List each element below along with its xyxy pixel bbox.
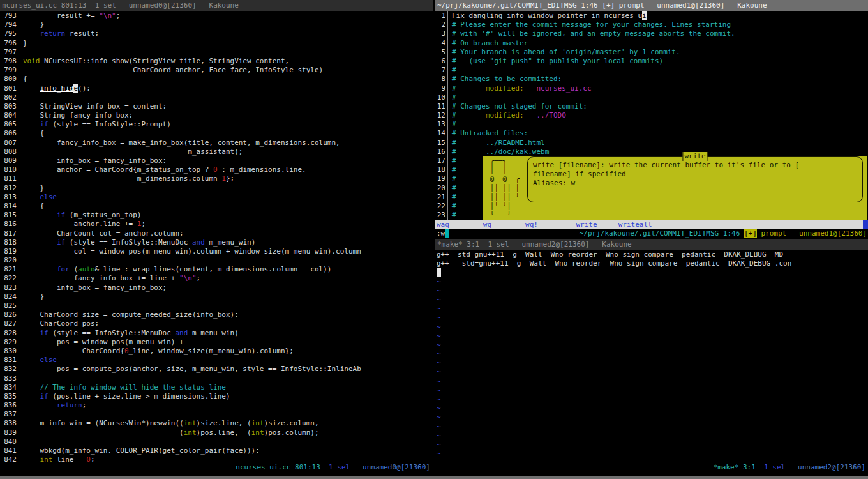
code-text: m_info_win = (NCursesWin*)newwin((int)si… [23, 419, 319, 428]
text-segment: int [251, 419, 264, 427]
buffer-line: 800{ [0, 75, 433, 84]
line-number: 12 [435, 111, 448, 120]
line-number: 7 [435, 66, 448, 75]
text-segment: ; [197, 274, 201, 282]
buffer-line: 803 StringView info_box = content; [0, 102, 433, 111]
text-segment: "\n" [99, 11, 116, 20]
buffer-padding-tilde: ~ [437, 314, 868, 323]
buffer-line: 12# modified: ../TODO [435, 111, 868, 120]
prompt-cursor [445, 229, 449, 238]
code-text: wbkgd(m_info_win, COLOR_PAIR(get_color_p… [23, 446, 260, 455]
text-segment: m_assistant); [23, 148, 243, 156]
code-text: # Untracked files: [452, 129, 528, 138]
line-number: 831 [0, 356, 19, 365]
buffer-line: 835 if (pos.line + size.line > m_dimensi… [0, 392, 433, 401]
clippy-assistant-icon: ╭──╮ │ │ @ @ ╭ ││ ││ │ ││ ││ ╯ │╰─╯│ ╰──… [483, 156, 520, 220]
text-segment: ( [70, 265, 78, 273]
text-segment: m_menu_win) [205, 238, 255, 247]
text-segment: // The info window will hide the status … [23, 383, 226, 392]
line-number: 814 [0, 202, 19, 211]
menu-item-wq[interactable]: wq [483, 220, 491, 229]
buffer-line: 829 pos = window_pos(m_menu_win) + [0, 338, 433, 347]
text-segment: & line : wrap_lines(content, m_dimension… [95, 265, 332, 273]
code-text: return; [23, 401, 86, 410]
menu-item-wq[interactable]: wq! [525, 220, 538, 229]
kakoune-workspace: ncurses_ui.cc 801:13 1 sel - unnamed0@[2… [0, 0, 868, 479]
buffer-line: 11# Changes not staged for commit: [435, 102, 868, 111]
menu-item-waq[interactable]: waq [437, 220, 449, 229]
buffer-line: 825 [0, 301, 433, 310]
code-text: # with '#' will be ignored, and an empty… [452, 29, 735, 38]
text-segment: # Changes to be committed: [452, 75, 562, 83]
buffer-padding-tilde: ~ [437, 305, 868, 314]
text-segment: info_box = fancy_info_box; [23, 284, 167, 292]
text-segment: } [23, 39, 27, 47]
commit-message-buffer[interactable]: 1Fix dangling info window pointer in ncu… [435, 11, 868, 220]
code-text: (int)pos.line, (int)pos.column); [23, 429, 319, 437]
buffer-padding-tilde: ~ [437, 278, 868, 287]
line-number: 4 [435, 39, 448, 48]
text-segment: ( [23, 429, 184, 437]
code-text: # On branch master [452, 39, 528, 48]
buffer-line: 4# On branch master [435, 39, 868, 48]
text-segment: )size.line, ( [197, 419, 251, 427]
line-number: 5 [435, 48, 448, 57]
text-segment: ; [116, 11, 121, 20]
code-text: # [452, 165, 456, 174]
text-segment [456, 111, 486, 119]
text-segment: [+] [744, 229, 757, 238]
menu-scrollbar[interactable] [863, 220, 868, 229]
menu-item-write[interactable]: write [576, 220, 597, 229]
buffer-line: 816 anchor.line += 1; [0, 220, 433, 229]
code-text: # [452, 193, 456, 202]
code-text: CharCoord{0_line, window_size(m_menu_win… [23, 347, 294, 356]
text-segment: # [452, 174, 456, 183]
line-number: 8 [435, 75, 448, 84]
line-number: 800 [0, 75, 19, 84]
line-number: 824 [0, 293, 19, 301]
line-number: 23 [435, 211, 448, 220]
text-segment: { [23, 129, 44, 137]
buffer-line: 16# ../doc/kak.webm [435, 148, 868, 156]
line-number: 817 [0, 229, 19, 238]
line-number: 839 [0, 429, 19, 437]
menu-item-writeall[interactable]: writeall [618, 220, 652, 229]
line-number: 821 [0, 265, 19, 274]
buffer-line: 797 [0, 48, 433, 57]
buffer-padding-tilde: ~ [437, 404, 868, 413]
text-segment: and [192, 238, 205, 247]
code-text: if (style == InfoStyle::Prompt) [23, 120, 171, 129]
line-number: 819 [0, 247, 19, 256]
window-bottom-border [0, 476, 868, 479]
code-text: StringView info_box = content; [23, 102, 167, 111]
code-text: # Changes to be committed: [452, 75, 562, 84]
line-number: 9 [435, 84, 448, 93]
info-box-title: write [682, 152, 707, 161]
buffer-line: 805 if (style == InfoStyle::Prompt) [0, 120, 433, 129]
text-segment: else [40, 356, 57, 364]
line-number: 1 [435, 11, 448, 20]
code-text: # [452, 211, 456, 220]
buffer-line: 836 return; [0, 401, 433, 410]
buffer-line: 799 CharCoord anchor, Face face, InfoSty… [0, 66, 433, 75]
code-buffer-ncurses[interactable]: 793 result += "\n";794 }795 return resul… [0, 11, 433, 464]
info-box-text: write [filename]: write the current buff… [528, 157, 862, 188]
line-number: 816 [0, 220, 19, 229]
buffer-line: 822 fancy_info_box += line + "\n"; [0, 274, 433, 283]
code-text: anchor.line += 1; [23, 220, 146, 229]
code-text: col = window_pos(m_menu_win).column + wi… [23, 247, 361, 256]
line-number: 827 [0, 319, 19, 328]
text-segment: String fancy_info_box; [23, 111, 133, 119]
text-segment: if [40, 392, 49, 400]
text-segment: # ../README.html [452, 139, 545, 147]
prompt-input[interactable]: :w [437, 229, 445, 238]
code-text: // The info window will hide the status … [23, 383, 226, 392]
code-text: if (pos.line + size.line > m_dimensions.… [23, 392, 230, 401]
text-segment: info_box = fancy_info_box; [23, 156, 167, 165]
text-segment: fancy_info_box = make_info_box(title, co… [23, 139, 340, 147]
text-segment: if [57, 238, 65, 247]
buffer-line: 828 if (style == InfoStyle::MenuDoc and … [0, 329, 433, 338]
make-output-buffer[interactable]: g++ -std=gnu++11 -g -Wall -Wno-reorder -… [435, 250, 868, 459]
buffer-line: 813 else [0, 193, 433, 202]
pane-ncurses-ui: ncurses_ui.cc 801:13 1 sel - unnamed0@[2… [0, 0, 433, 476]
